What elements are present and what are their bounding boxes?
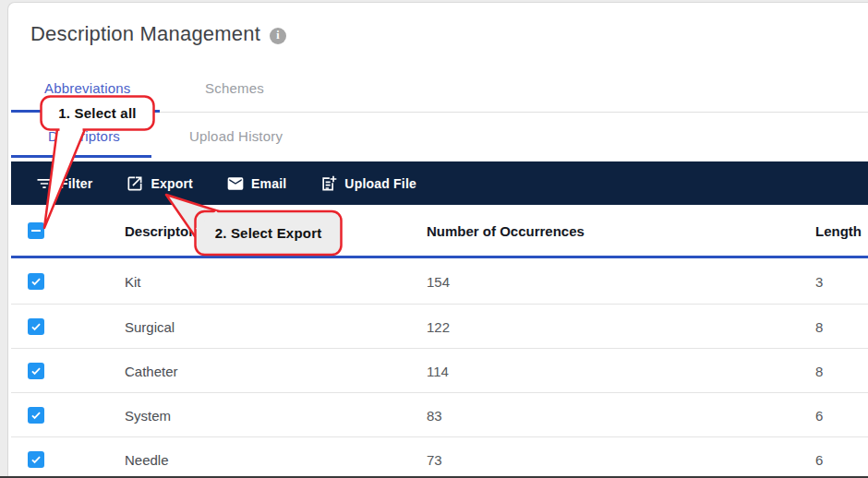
occurrences-cell: 73 xyxy=(427,451,442,467)
length-cell: 8 xyxy=(815,363,823,378)
select-all-checkbox[interactable] xyxy=(28,222,44,239)
filter-icon xyxy=(35,174,54,193)
occurrences-cell: 154 xyxy=(427,273,450,289)
occurrences-cell: 122 xyxy=(427,318,450,334)
email-button[interactable]: Email xyxy=(226,174,286,193)
checkmark-icon xyxy=(30,453,42,466)
checkmark-icon xyxy=(30,320,42,333)
descriptor-cell: System xyxy=(125,407,171,423)
table-body: Kit 154 3 Surgical 122 8 Catheter 114 8 … xyxy=(11,258,868,478)
filter-label: Filter xyxy=(60,176,92,191)
column-header-length[interactable]: Length xyxy=(815,222,862,238)
checkmark-icon xyxy=(30,275,42,288)
occurrences-cell: 114 xyxy=(427,363,449,378)
table-row[interactable]: Catheter 114 8 xyxy=(11,349,868,393)
export-button[interactable]: Export xyxy=(126,174,193,193)
row-checkbox[interactable] xyxy=(28,407,44,424)
email-label: Email xyxy=(251,176,286,191)
info-icon[interactable]: i xyxy=(270,28,286,44)
indeterminate-minus-icon xyxy=(31,230,41,232)
descriptor-cell: Kit xyxy=(125,273,141,289)
occurrences-cell: 83 xyxy=(427,407,442,423)
table-row[interactable]: Kit 154 3 xyxy=(11,258,868,305)
row-checkbox[interactable] xyxy=(28,318,44,335)
filter-button[interactable]: Filter xyxy=(35,174,92,193)
descriptor-cell: Catheter xyxy=(125,363,178,378)
description-management-page: Description Management i Abbreviations S… xyxy=(0,0,868,478)
length-cell: 6 xyxy=(815,407,823,423)
export-open-in-new-icon xyxy=(126,174,144,193)
export-label: Export xyxy=(151,176,193,191)
table-header-row: Descriptor Number of Occurrences Length xyxy=(11,205,868,256)
email-envelope-icon xyxy=(226,174,245,193)
tab-upload-history[interactable]: Upload History xyxy=(189,128,283,144)
length-cell: 6 xyxy=(815,451,823,467)
row-checkbox[interactable] xyxy=(28,363,44,379)
page-header: Description Management i xyxy=(30,22,286,46)
tab-descriptors[interactable]: Descriptors xyxy=(48,128,120,144)
page-title: Description Management xyxy=(30,22,260,46)
upload-file-button[interactable]: Upload File xyxy=(319,174,416,193)
column-header-occurrences[interactable]: Number of Occurrences xyxy=(427,222,585,238)
upload-file-document-plus-icon xyxy=(319,174,338,193)
upload-file-label: Upload File xyxy=(344,176,416,191)
checkmark-icon xyxy=(30,409,42,422)
tab-schemes[interactable]: Schemes xyxy=(205,80,264,96)
tab-abbreviations[interactable]: Abbreviations xyxy=(44,80,131,96)
abbreviations-active-indicator xyxy=(11,110,160,113)
length-cell: 8 xyxy=(815,318,823,334)
descriptor-cell: Surgical xyxy=(125,318,175,334)
descriptors-active-indicator xyxy=(11,155,151,158)
table-row[interactable]: System 83 6 xyxy=(11,393,868,437)
row-checkbox[interactable] xyxy=(28,451,44,468)
table-toolbar: Filter Export Email Upload File xyxy=(11,161,868,205)
row-checkbox[interactable] xyxy=(28,273,44,290)
descriptor-cell: Needle xyxy=(125,451,169,467)
checkmark-icon xyxy=(30,364,42,377)
table-row[interactable]: Needle 73 6 xyxy=(11,437,868,478)
length-cell: 3 xyxy=(815,273,823,289)
table-row[interactable]: Surgical 122 8 xyxy=(11,305,868,349)
column-header-descriptor[interactable]: Descriptor xyxy=(125,222,194,238)
